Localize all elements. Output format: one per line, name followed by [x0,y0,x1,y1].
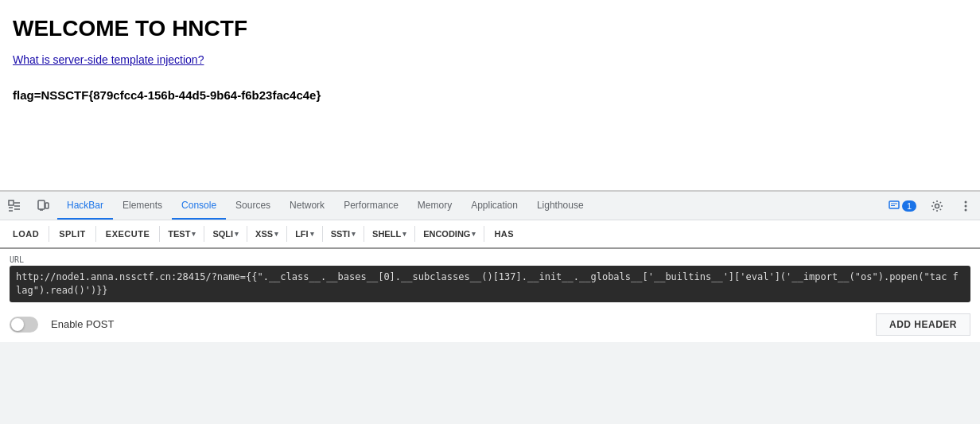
xss-dropdown-arrow: ▾ [274,230,278,238]
page-title: WELCOME TO HNCTF [13,16,967,41]
inspect-element-icon[interactable] [0,192,29,220]
sqli-dropdown-arrow: ▾ [235,230,239,238]
flag-text: flag=NSSCTF{879cfcc4-156b-44d5-9b64-f6b2… [13,88,967,102]
svg-point-14 [965,204,967,207]
more-options-icon[interactable] [951,200,980,212]
split-button[interactable]: SPLIT [52,226,92,242]
hackbar-toolbar: LOAD SPLIT EXECUTE TEST ▾ SQLI ▾ XSS ▾ L… [0,220,980,249]
divider-9 [414,226,415,242]
tab-sources[interactable]: Sources [226,192,280,220]
lfi-dropdown[interactable]: LFI ▾ [290,226,319,242]
enable-post-label: Enable POST [51,318,115,330]
svg-rect-7 [45,203,49,208]
ssti-dropdown-arrow: ▾ [352,230,356,238]
test-dropdown-arrow: ▾ [192,230,196,238]
url-input[interactable]: http://node1.anna.nssctf.cn:28415/?name=… [10,266,970,302]
console-messages-icon[interactable]: 1 [884,200,923,212]
test-dropdown[interactable]: TEST ▾ [163,226,200,242]
url-label: URL [10,255,970,264]
shell-dropdown[interactable]: SHELL ▾ [368,226,411,242]
encoding-dropdown[interactable]: ENCODING ▾ [418,226,480,242]
svg-point-13 [965,200,967,203]
divider-7 [322,226,323,242]
settings-icon[interactable] [923,200,951,212]
add-header-button[interactable]: ADD HEADER [876,313,970,336]
svg-point-12 [935,204,939,208]
sqli-dropdown[interactable]: SQLI ▾ [208,226,243,242]
execute-button[interactable]: EXECUTE [99,226,156,242]
divider-8 [364,226,364,242]
divider-3 [159,226,160,242]
tab-elements[interactable]: Elements [113,192,172,220]
toggle-knob [11,318,24,331]
encoding-dropdown-arrow: ▾ [472,230,476,238]
ssti-link[interactable]: What is server-side template injection? [13,53,204,66]
devtools-right-icons: 1 [884,192,980,220]
tab-console[interactable]: Console [172,192,226,220]
svg-rect-6 [38,200,45,209]
lfi-dropdown-arrow: ▾ [310,230,314,238]
tab-performance[interactable]: Performance [334,192,408,220]
tab-lighthouse[interactable]: Lighthouse [527,192,593,220]
svg-point-15 [965,208,967,211]
tab-memory[interactable]: Memory [408,192,461,220]
enable-post-toggle[interactable] [10,317,38,333]
hackbar-url-area: URL http://node1.anna.nssctf.cn:28415/?n… [0,249,980,307]
divider-5 [247,226,247,242]
xss-dropdown[interactable]: XSS ▾ [251,226,283,242]
divider-2 [95,226,96,242]
console-badge: 1 [902,200,916,212]
svg-rect-0 [9,200,14,205]
ssti-dropdown[interactable]: SSTI ▾ [326,226,360,242]
hackbar-bottom: Enable POST ADD HEADER [0,307,980,342]
divider-6 [286,226,287,242]
divider-4 [204,226,204,242]
devtools-tabs-bar: HackBar Elements Console Sources Network… [0,192,980,220]
divider-1 [49,226,49,242]
has-button[interactable]: HAS [488,226,520,242]
svg-rect-9 [889,201,899,208]
tab-network[interactable]: Network [280,192,334,220]
page-content: WELCOME TO HNCTF What is server-side tem… [0,0,980,191]
load-button[interactable]: LOAD [6,226,45,242]
divider-10 [484,226,484,242]
tab-application[interactable]: Application [461,192,527,220]
tab-hackbar[interactable]: HackBar [57,192,113,220]
shell-dropdown-arrow: ▾ [402,230,406,238]
device-toolbar-icon[interactable] [29,192,57,220]
devtools-panel: HackBar Elements Console Sources Network… [0,191,980,424]
